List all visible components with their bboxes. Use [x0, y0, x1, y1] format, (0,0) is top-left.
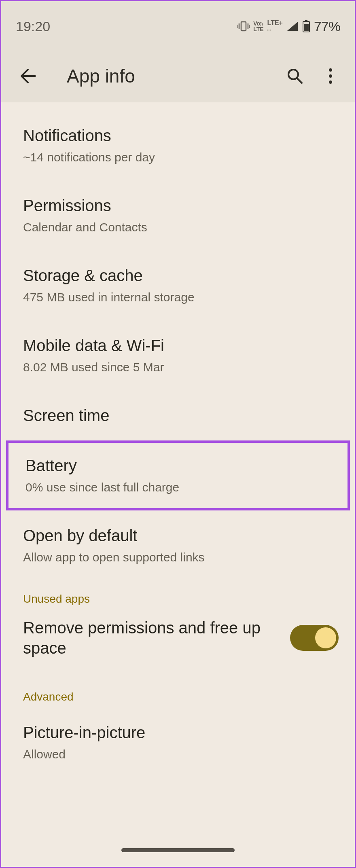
item-title: Battery: [25, 456, 331, 475]
item-subtitle: ~14 notifications per day: [23, 149, 333, 165]
item-title: Permissions: [23, 196, 333, 215]
item-title: Mobile data & Wi-Fi: [23, 336, 333, 355]
settings-list: Notifications ~14 notifications per day …: [1, 102, 355, 777]
item-title: Screen time: [23, 406, 333, 425]
item-open-by-default[interactable]: Open by default Allow app to open suppor…: [1, 510, 355, 580]
search-button[interactable]: [284, 66, 305, 87]
toggle-knob: [315, 627, 336, 648]
svg-point-10: [329, 68, 332, 72]
svg-line-9: [297, 78, 302, 83]
battery-percent: 77%: [314, 19, 340, 34]
item-subtitle: 8.02 MB used since 5 Mar: [23, 359, 333, 375]
item-battery[interactable]: Battery 0% use since last full charge: [6, 440, 350, 510]
arrow-back-icon: [19, 67, 37, 85]
more-vert-icon: [328, 68, 333, 84]
status-bar: 19:20 Vo))LTE LTE+•• 77%: [1, 1, 355, 50]
page-title: App info: [67, 65, 284, 87]
item-mobile-data[interactable]: Mobile data & Wi-Fi 8.02 MB used since 5…: [1, 320, 355, 390]
lte-plus-icon: LTE+••: [267, 20, 283, 33]
item-subtitle: Allow app to open supported links: [23, 549, 333, 565]
nav-handle[interactable]: [121, 848, 235, 852]
svg-rect-0: [241, 22, 246, 31]
item-subtitle: Calendar and Contacts: [23, 219, 333, 235]
app-bar: App info: [1, 50, 355, 102]
item-storage[interactable]: Storage & cache 475 MB used in internal …: [1, 250, 355, 320]
search-icon: [286, 68, 303, 85]
svg-point-12: [329, 80, 332, 84]
toggle-switch[interactable]: [290, 625, 339, 651]
item-title: Notifications: [23, 126, 333, 145]
item-subtitle: Allowed: [23, 746, 333, 762]
back-button[interactable]: [17, 66, 38, 87]
item-subtitle: 0% use since last full charge: [25, 479, 331, 495]
item-remove-permissions[interactable]: Remove permissions and free up space: [1, 610, 355, 666]
section-unused-apps: Unused apps: [1, 580, 355, 610]
item-subtitle: 475 MB used in internal storage: [23, 289, 333, 305]
item-picture-in-picture[interactable]: Picture-in-picture Allowed: [1, 707, 355, 777]
toggle-label: Remove permissions and free up space: [23, 618, 282, 658]
vibrate-icon: [237, 21, 250, 32]
item-notifications[interactable]: Notifications ~14 notifications per day: [1, 110, 355, 180]
battery-icon: [302, 20, 310, 32]
status-time: 19:20: [16, 19, 50, 34]
item-title: Picture-in-picture: [23, 723, 333, 742]
volte-icon: Vo))LTE: [253, 21, 263, 32]
section-advanced: Advanced: [1, 666, 355, 707]
item-screen-time[interactable]: Screen time: [1, 390, 355, 440]
more-button[interactable]: [320, 66, 341, 87]
item-title: Storage & cache: [23, 266, 333, 285]
signal-icon: [286, 21, 299, 32]
svg-point-11: [329, 74, 332, 78]
item-permissions[interactable]: Permissions Calendar and Contacts: [1, 180, 355, 250]
item-title: Open by default: [23, 526, 333, 545]
svg-rect-7: [304, 24, 309, 31]
